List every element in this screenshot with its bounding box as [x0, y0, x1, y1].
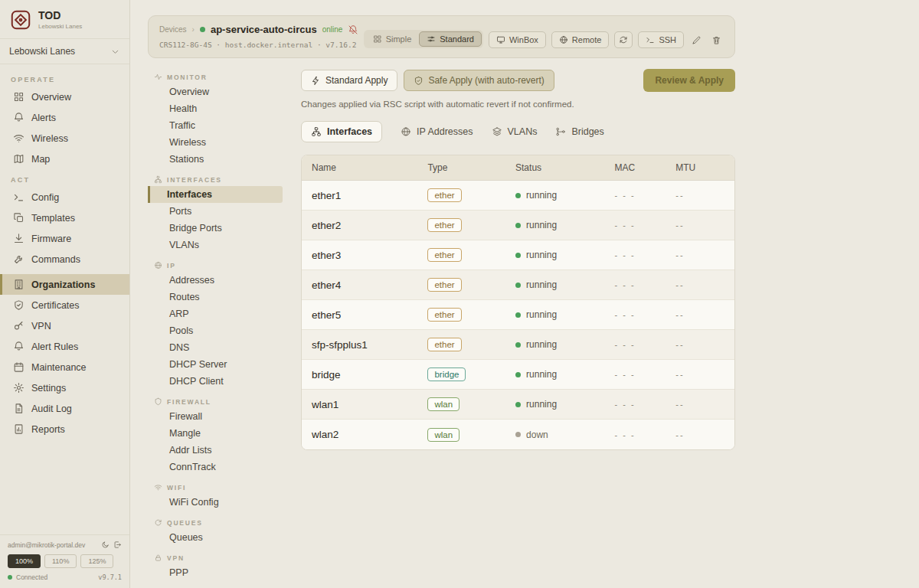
type-badge: ether [427, 308, 461, 322]
theme-toggle-icon[interactable] [101, 541, 110, 549]
submenu-item-firewall[interactable]: Firewall [148, 408, 283, 425]
sidebar-item-label: Overview [31, 92, 71, 103]
remote-button[interactable]: Remote [551, 31, 610, 48]
edit-device-button[interactable] [689, 32, 704, 48]
table-row[interactable]: ether4 ether running - - - -- [302, 270, 734, 300]
download-icon [13, 233, 25, 244]
submenu-item-addresses[interactable]: Addresses [148, 272, 283, 289]
sidebar-item-overview[interactable]: Overview [0, 87, 129, 107]
gear-icon [13, 382, 25, 394]
sidebar-footer: admin@mikrotik-portal.dev 100% 110% 125%… [0, 534, 129, 588]
winbox-button[interactable]: WinBox [489, 31, 546, 48]
status-down: down [515, 430, 615, 440]
table-header: Name Type Status MAC MTU [302, 155, 734, 181]
org-selector[interactable]: Lebowski Lanes [0, 38, 129, 64]
sidebar-item-label: Settings [31, 383, 66, 394]
sidebar-item-label: Reports [31, 424, 65, 435]
submenu-item-conntrack[interactable]: ConnTrack [148, 459, 283, 475]
status-running: running [515, 369, 615, 380]
submenu-item-arp[interactable]: ARP [148, 305, 283, 322]
sidebar-item-organizations[interactable]: Organizations [0, 274, 129, 295]
view-standard-button[interactable]: Standard [419, 31, 482, 47]
calendar-icon [13, 361, 25, 373]
table-row[interactable]: ether3 ether running - - - -- [302, 240, 734, 270]
submenu-item-mangle[interactable]: Mangle [148, 425, 283, 442]
status-dot [515, 223, 521, 228]
table-row[interactable]: ether2 ether running - - - -- [302, 211, 734, 240]
safe-apply-button[interactable]: Safe Apply (with auto-revert) [404, 70, 554, 91]
submenu-item-wifi-config[interactable]: WiFi Config [148, 494, 283, 511]
sidebar-item-templates[interactable]: Templates [0, 207, 129, 228]
shield-check-icon [13, 299, 25, 311]
status-running: running [515, 399, 615, 410]
tab-vlans[interactable]: VLANs [492, 122, 538, 142]
sidebar-item-firmware[interactable]: Firmware [0, 228, 129, 249]
table-row[interactable]: ether5 ether running - - - -- [302, 300, 734, 330]
sidebar-item-alert-rules[interactable]: Alert Rules [0, 336, 129, 357]
submenu-item-interfaces[interactable]: Interfaces [148, 186, 283, 203]
standard-apply-button[interactable]: Standard Apply [301, 70, 397, 91]
ssh-button[interactable]: SSH [638, 31, 684, 48]
submenu-item-addr-lists[interactable]: Addr Lists [148, 442, 283, 459]
sidebar-item-vpn[interactable]: VPN [0, 315, 129, 336]
sidebar-item-audit-log[interactable]: Audit Log [0, 398, 129, 419]
sidebar-item-wireless[interactable]: Wireless [0, 128, 129, 149]
table-row[interactable]: bridge bridge running - - - -- [302, 360, 734, 390]
submenu-section-interfaces: INTERFACES [148, 172, 283, 186]
sidebar-item-map[interactable]: Map [0, 149, 129, 169]
device-header-card: Devices › ap-service-auto-circus online … [148, 15, 735, 58]
submenu-item-wireless[interactable]: Wireless [148, 134, 283, 151]
logout-icon[interactable] [113, 541, 122, 549]
zoom-110-button[interactable]: 110% [44, 554, 77, 568]
submenu-item-dhcp-client[interactable]: DHCP Client [148, 373, 283, 390]
col-status: Status [515, 162, 615, 173]
status-running: running [515, 339, 615, 350]
sidebar-item-label: Audit Log [31, 403, 72, 414]
hierarchy-icon [154, 175, 162, 184]
status-running: running [515, 190, 615, 201]
table-row[interactable]: wlan1 wlan running - - - -- [302, 390, 734, 420]
status-running: running [515, 279, 615, 290]
app-title: TOD [38, 10, 82, 21]
review-apply-button[interactable]: Review & Apply [643, 69, 735, 92]
zoom-100-button[interactable]: 100% [8, 554, 41, 568]
submenu-item-overview[interactable]: Overview [148, 83, 283, 100]
sidebar-item-certificates[interactable]: Certificates [0, 295, 129, 315]
sidebar-item-reports[interactable]: Reports [0, 419, 129, 439]
submenu-item-health[interactable]: Health [148, 100, 283, 117]
breadcrumb-devices[interactable]: Devices [159, 25, 187, 34]
submenu-item-queues[interactable]: Queues [148, 529, 283, 546]
notifications-muted-icon[interactable] [348, 24, 358, 35]
submenu-item-bridge-ports[interactable]: Bridge Ports [148, 220, 283, 237]
sidebar-item-label: Alert Rules [31, 341, 78, 352]
table-row[interactable]: ether1 ether running - - - -- [302, 181, 734, 211]
tab-ip-addresses[interactable]: IP Addresses [401, 122, 473, 142]
delete-device-button[interactable] [709, 32, 724, 48]
submenu-item-dns[interactable]: DNS [148, 339, 283, 356]
tab-interfaces[interactable]: Interfaces [301, 121, 382, 142]
submenu-item-stations[interactable]: Stations [148, 151, 283, 168]
apply-toolbar: Standard Apply Safe Apply (with auto-rev… [301, 69, 735, 92]
sidebar-item-alerts[interactable]: Alerts [0, 107, 129, 128]
zoom-125-button[interactable]: 125% [80, 554, 113, 568]
submenu-item-routes[interactable]: Routes [148, 289, 283, 305]
refresh-button[interactable] [614, 31, 633, 48]
activity-icon [154, 73, 162, 81]
submenu-item-dhcp-server[interactable]: DHCP Server [148, 356, 283, 373]
table-row[interactable]: wlan2 wlan down - - - -- [302, 420, 734, 449]
sidebar-item-settings[interactable]: Settings [0, 377, 129, 398]
tab-bridges[interactable]: Bridges [555, 122, 603, 142]
table-row[interactable]: sfp-sfpplus1 ether running - - - -- [302, 330, 734, 360]
interfaces-table: Name Type Status MAC MTU ether1 ether ru… [301, 155, 735, 450]
submenu-item-vlans[interactable]: VLANs [148, 237, 283, 253]
submenu-item-ppp[interactable]: PPP [148, 564, 283, 581]
globe-icon [559, 35, 568, 44]
sidebar-item-maintenance[interactable]: Maintenance [0, 357, 129, 377]
submenu-item-ports[interactable]: Ports [148, 203, 283, 220]
tab-label: Bridges [571, 126, 603, 137]
view-simple-button[interactable]: Simple [365, 31, 420, 47]
sidebar-item-commands[interactable]: Commands [0, 249, 129, 270]
submenu-item-pools[interactable]: Pools [148, 322, 283, 339]
submenu-item-traffic[interactable]: Traffic [148, 117, 283, 134]
sidebar-item-config[interactable]: Config [0, 187, 129, 207]
